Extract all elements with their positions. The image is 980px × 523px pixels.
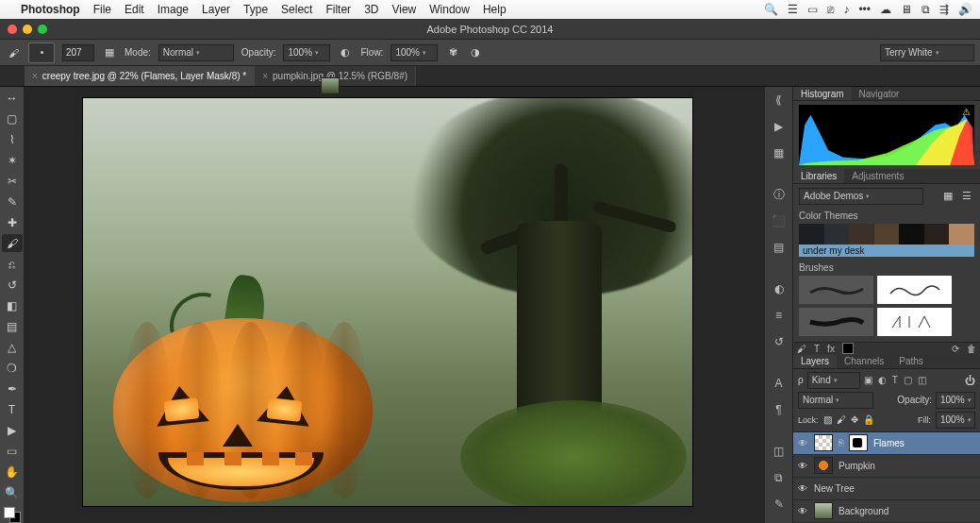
color-icon[interactable]: ⬛	[770, 211, 789, 230]
channels-shortcut-icon[interactable]: ⧉	[770, 468, 789, 487]
filter-pixel-icon[interactable]: ▣	[864, 375, 872, 385]
screen-icon[interactable]: 🖥	[901, 3, 912, 16]
move-tool[interactable]: ↔	[2, 89, 23, 107]
marquee-tool[interactable]: ▢	[2, 110, 23, 127]
color-chip[interactable]	[842, 343, 854, 354]
layer-row[interactable]: 👁 Background	[793, 500, 980, 523]
brush-size-field[interactable]: 207	[62, 44, 94, 61]
menu-edit[interactable]: Edit	[125, 3, 144, 16]
eyedropper-tool[interactable]: ✎	[2, 193, 23, 211]
menu-view[interactable]: View	[391, 3, 416, 16]
menu-type[interactable]: Type	[243, 3, 268, 16]
layer-name[interactable]: New Tree	[814, 483, 855, 494]
fx-icon[interactable]: fx	[827, 344, 835, 354]
gradient-tool[interactable]: ▤	[2, 318, 23, 336]
filter-smart-icon[interactable]: ◫	[918, 375, 926, 385]
battery-icon[interactable]: ▭	[807, 3, 818, 16]
wifi-icon[interactable]: ⇶	[939, 3, 949, 16]
lock-all-icon[interactable]: 🔒	[863, 414, 874, 425]
workspace-switcher[interactable]: Terry White▾	[880, 44, 974, 61]
tab-channels[interactable]: Channels	[837, 355, 891, 368]
window-zoom-button[interactable]	[38, 25, 47, 34]
warning-icon[interactable]: ⚠	[962, 107, 971, 117]
tool-preset-icon[interactable]: 🖌	[6, 45, 21, 60]
styles-icon[interactable]: ▤	[770, 238, 789, 257]
color-swatches[interactable]	[4, 507, 21, 523]
info-icon[interactable]: ⓘ	[770, 185, 789, 204]
blend-mode-dropdown[interactable]: Normal▾	[158, 44, 234, 61]
layer-name[interactable]: Background	[839, 506, 889, 516]
tab-paths[interactable]: Paths	[891, 355, 931, 368]
layers-shortcut-icon[interactable]: ◫	[770, 442, 789, 461]
canvas-area[interactable]	[25, 87, 765, 523]
healing-brush-tool[interactable]: ✚	[2, 213, 23, 231]
menu-select[interactable]: Select	[281, 3, 312, 16]
layer-name[interactable]: Flames	[873, 438, 905, 448]
layer-row[interactable]: 👁 New Tree	[793, 478, 980, 500]
menu-layer[interactable]: Layer	[202, 3, 230, 16]
visibility-toggle-icon[interactable]: 👁	[797, 483, 808, 494]
opacity-field[interactable]: 100%▾	[283, 44, 330, 61]
pressure-opacity-icon[interactable]: ◐	[338, 45, 353, 60]
filter-adjust-icon[interactable]: ◐	[878, 375, 887, 385]
layer-mask-thumbnail[interactable]	[849, 434, 868, 451]
menu-window[interactable]: Window	[429, 3, 470, 16]
adjustments-icon[interactable]: ◐	[770, 279, 789, 298]
document-tab-active[interactable]: × creepy tree.jpg @ 22% (Flames, Layer M…	[25, 66, 255, 86]
filter-shape-icon[interactable]: ▢	[904, 375, 912, 385]
layer-opacity-field[interactable]: 100%▾	[936, 392, 975, 409]
actions-icon[interactable]: ≡	[770, 306, 789, 325]
menu-3d[interactable]: 3D	[364, 3, 378, 16]
expand-dock-icon[interactable]: ⟪	[770, 91, 789, 110]
menu-filter[interactable]: Filter	[325, 3, 351, 16]
layer-fill-field[interactable]: 100%▾	[936, 412, 975, 429]
menu-help[interactable]: Help	[483, 3, 507, 16]
tab-libraries[interactable]: Libraries	[793, 169, 844, 182]
app-name[interactable]: Photoshop	[21, 3, 80, 16]
clone-stamp-tool[interactable]: ⎌	[2, 255, 23, 273]
layer-thumbnail[interactable]	[321, 77, 340, 94]
shape-tool[interactable]: ▭	[2, 443, 23, 461]
character-icon[interactable]: A	[770, 374, 789, 393]
airbrush-icon[interactable]: ✾	[445, 45, 460, 60]
lock-transparency-icon[interactable]: ▨	[823, 414, 832, 425]
lock-position-icon[interactable]: ✥	[851, 414, 858, 425]
cloud-icon[interactable]: ☁	[880, 3, 891, 16]
visibility-toggle-icon[interactable]: 👁	[797, 438, 808, 448]
type-tool[interactable]: T	[2, 401, 23, 419]
bluetooth-icon[interactable]: ⧉	[922, 3, 930, 16]
brush-preset-picker[interactable]	[28, 42, 55, 63]
close-tab-icon[interactable]: ×	[32, 71, 38, 81]
list-icon[interactable]: ☰	[788, 3, 798, 16]
play-icon[interactable]: ▶	[770, 117, 789, 136]
color-theme-swatches[interactable]	[799, 224, 974, 245]
brush-preset[interactable]	[799, 276, 873, 304]
visibility-toggle-icon[interactable]: 👁	[797, 506, 808, 516]
window-minimize-button[interactable]	[23, 25, 32, 34]
tab-histogram[interactable]: Histogram	[793, 87, 852, 100]
layer-row[interactable]: 👁 Pumpkin	[793, 455, 980, 478]
pressure-size-icon[interactable]: ◑	[468, 45, 483, 60]
swatches-icon[interactable]: ▦	[770, 143, 789, 162]
more-icon[interactable]: •••	[858, 3, 871, 16]
window-close-button[interactable]	[8, 25, 17, 34]
pen-tool[interactable]: ✒	[2, 380, 23, 398]
lasso-tool[interactable]: ⌇	[2, 130, 23, 148]
layer-thumbnail[interactable]	[814, 502, 833, 519]
layer-thumbnail[interactable]	[814, 434, 833, 451]
tab-adjustments[interactable]: Adjustments	[844, 169, 911, 182]
mask-link-icon[interactable]: ⎘	[839, 438, 843, 447]
menu-image[interactable]: Image	[158, 3, 189, 16]
visibility-toggle-icon[interactable]: 👁	[797, 461, 808, 471]
brush-panel-icon[interactable]: ▦	[102, 45, 117, 60]
quick-select-tool[interactable]: ✶	[2, 151, 23, 169]
lock-pixels-icon[interactable]: 🖌	[837, 414, 846, 425]
path-select-tool[interactable]: ▶	[2, 422, 23, 440]
crop-tool[interactable]: ✂	[2, 172, 23, 190]
brush-preset[interactable]	[877, 276, 952, 304]
filter-type-icon[interactable]: T	[892, 375, 898, 385]
blur-tool[interactable]: △	[2, 339, 23, 357]
dodge-tool[interactable]: ❍	[2, 360, 23, 378]
history-icon[interactable]: ↺	[770, 332, 789, 351]
hand-tool[interactable]: ✋	[2, 464, 23, 481]
